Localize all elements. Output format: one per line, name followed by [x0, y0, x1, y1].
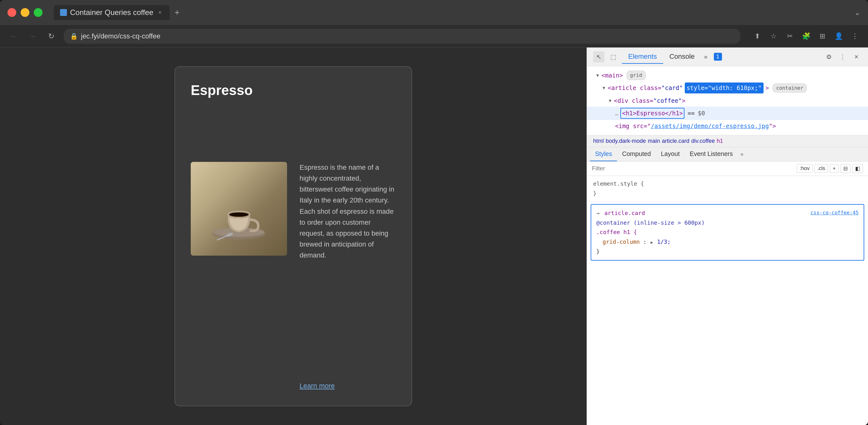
- device-toggle-tool[interactable]: ⬚: [608, 51, 619, 63]
- styles-filter-bar: :hov .cls + ⊟ ◧: [587, 162, 868, 176]
- toggle-dark-button[interactable]: ◧: [852, 164, 863, 173]
- add-rule-button[interactable]: +: [830, 164, 839, 173]
- dom-zero: $0: [698, 108, 705, 118]
- breadcrumb: html body.dark-mode main article.card di…: [587, 135, 868, 147]
- expand-icon[interactable]: ▶: [651, 240, 653, 245]
- dom-h1-line[interactable]: … <h1>Espresso</h1> == $0: [587, 106, 868, 120]
- back-icon: ←: [10, 32, 18, 41]
- url-text: jec.fyi/demo/css-cq-coffee: [81, 32, 160, 40]
- h1-element: <h1>Espresso</h1>: [620, 108, 684, 119]
- card-description: Espresso is the name of a highly concent…: [300, 162, 396, 318]
- img-tag: <img src="/assets/img/demo/cof-espresso.…: [615, 121, 776, 131]
- devtools-close-button[interactable]: ×: [851, 52, 862, 62]
- css-value: 1/3;: [657, 238, 671, 245]
- dom-article-line[interactable]: ▼ <article class="card" style="width: 61…: [587, 81, 868, 94]
- maximize-button[interactable]: [34, 8, 42, 17]
- css-selector-article[interactable]: article.card: [604, 210, 645, 216]
- forward-button[interactable]: →: [26, 30, 39, 42]
- espresso-cup-svg: [208, 174, 270, 243]
- share-icon[interactable]: ⬆: [752, 31, 763, 42]
- new-tab-button[interactable]: +: [171, 6, 183, 19]
- hov-button[interactable]: :hov: [797, 164, 812, 173]
- css-at-rule-line: @container (inline-size > 600px): [596, 218, 859, 228]
- equals-sign: ==: [688, 108, 695, 118]
- forward-icon: →: [29, 32, 36, 41]
- element-style-rule: element.style { }: [587, 176, 868, 202]
- ellipsis: …: [615, 108, 618, 118]
- main-tag: <main>: [601, 71, 623, 80]
- layout-tab[interactable]: Layout: [656, 147, 685, 161]
- copy-styles-button[interactable]: ⊟: [840, 164, 850, 173]
- grid-badge: grid: [627, 71, 646, 80]
- breadcrumb-html[interactable]: html: [593, 138, 604, 144]
- more-icon[interactable]: ⋮: [849, 31, 861, 42]
- breadcrumb-body[interactable]: body.dark-mode: [606, 138, 646, 144]
- devtools-more-icon[interactable]: ⋮: [837, 52, 848, 62]
- event-listeners-tab[interactable]: Event Listeners: [685, 147, 738, 161]
- article-close: >: [766, 83, 769, 93]
- breadcrumb-div[interactable]: div.coffee: [691, 138, 715, 144]
- container-badge: container: [773, 84, 807, 93]
- devtools-panel: ↖ ⬚ Elements Console » 1 ⚙ ⋮ ×: [587, 47, 868, 425]
- tab-console[interactable]: Console: [663, 50, 701, 64]
- close-button[interactable]: [7, 8, 16, 17]
- url-bar[interactable]: 🔒 jec.fyi/demo/css-cq-coffee: [64, 29, 740, 44]
- dom-div-line[interactable]: ▼ <div class="coffee">: [587, 95, 868, 106]
- breadcrumb-h1[interactable]: h1: [717, 138, 723, 144]
- container-query-rule: → article.card css-cq-coffee:45 @contain…: [591, 204, 864, 261]
- triangle-icon: ▼: [596, 72, 599, 79]
- window-collapse[interactable]: ⌄: [854, 8, 861, 17]
- minimize-button[interactable]: [21, 8, 29, 17]
- css-rule-arrow-line: → article.card css-cq-coffee:45: [596, 208, 859, 218]
- main-content: Espresso: [0, 47, 868, 425]
- devtools-settings-icon[interactable]: ⚙: [824, 52, 834, 62]
- element-style-close: }: [593, 190, 597, 197]
- console-badge: 1: [714, 53, 722, 61]
- css-close-brace: }: [596, 248, 600, 255]
- triangle-icon: ▼: [602, 85, 605, 91]
- dom-img-line[interactable]: <img src="/assets/img/demo/cof-espresso.…: [587, 120, 868, 132]
- css-rules-panel: element.style { } → article.card css-cq-…: [587, 176, 868, 425]
- styles-tabs: Styles Computed Layout Event Listeners »: [587, 147, 868, 162]
- tab-close-button[interactable]: ×: [156, 9, 163, 16]
- css-property: grid-column: [602, 238, 640, 245]
- tab-elements[interactable]: Elements: [622, 50, 663, 64]
- browser-viewport: Espresso: [0, 47, 587, 425]
- toolbar-icons: ⬆ ☆ ✂ 🧩 ⊞ 👤 ⋮: [752, 31, 861, 42]
- cls-button[interactable]: .cls: [814, 164, 828, 173]
- devtools-tabs: Elements Console » 1: [622, 50, 820, 64]
- styles-tab[interactable]: Styles: [590, 147, 617, 161]
- dom-tree: ▼ <main> grid ▼ <article class="card" st…: [587, 66, 868, 135]
- breadcrumb-main[interactable]: main: [648, 138, 660, 144]
- more-style-tabs[interactable]: »: [738, 151, 746, 158]
- profile-icon[interactable]: 👤: [833, 31, 844, 42]
- element-style-label: element.style {: [593, 180, 644, 187]
- triangle-icon: ▼: [609, 97, 611, 104]
- browser-window: Container Queries coffee × + ⌄ ← → ↻ 🔒 j…: [0, 0, 868, 425]
- computed-tab[interactable]: Computed: [617, 147, 656, 161]
- bookmark-icon[interactable]: ☆: [768, 31, 779, 42]
- traffic-lights: [7, 8, 42, 17]
- element-picker-tool[interactable]: ↖: [593, 51, 604, 63]
- css-at-rule: @container (inline-size > 600px): [596, 219, 705, 226]
- filter-input[interactable]: [592, 165, 794, 172]
- dom-main-line[interactable]: ▼ <main> grid: [587, 69, 868, 81]
- title-bar: Container Queries coffee × + ⌄: [0, 0, 868, 25]
- css-arrow-icon: →: [596, 210, 600, 216]
- css-class-selector: .coffee h1 {: [596, 229, 637, 235]
- active-tab[interactable]: Container Queries coffee ×: [54, 5, 169, 20]
- css-rule-close-line: }: [596, 247, 859, 257]
- refresh-button[interactable]: ↻: [45, 30, 58, 42]
- css-source-link[interactable]: css-cq-coffee:45: [810, 208, 859, 217]
- article-tag: <article class="card": [608, 83, 683, 93]
- extension-icon[interactable]: 🧩: [801, 31, 812, 42]
- breadcrumb-article[interactable]: article.card: [662, 138, 689, 144]
- learn-more-link[interactable]: Learn more: [300, 382, 396, 390]
- cut-icon[interactable]: ✂: [784, 31, 796, 42]
- back-button[interactable]: ←: [7, 30, 20, 42]
- sidebar-icon[interactable]: ⊞: [817, 31, 828, 42]
- css-property-line: grid-column : ▶ 1/3;: [596, 237, 859, 247]
- svg-point-3: [229, 212, 248, 216]
- devtools-more-tabs[interactable]: »: [701, 53, 710, 60]
- div-tag: <div class="coffee">: [614, 96, 685, 105]
